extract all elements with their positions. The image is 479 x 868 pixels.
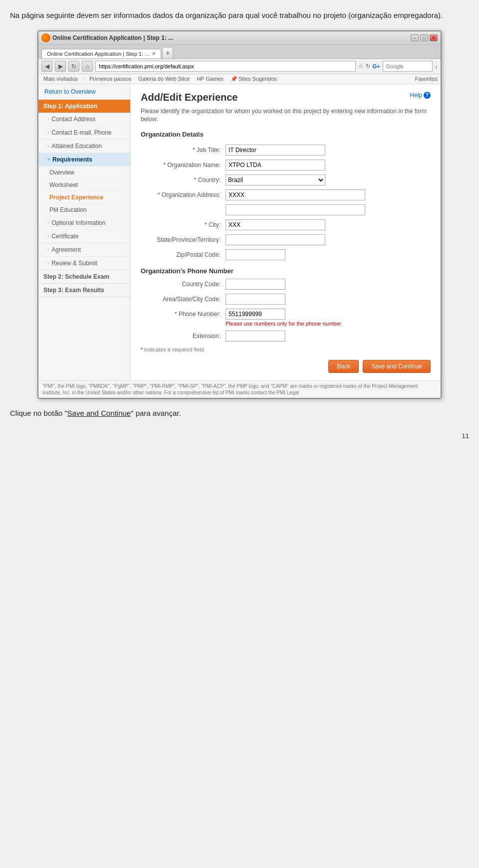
return-to-overview-link[interactable]: Return to Overview [38, 84, 130, 100]
extension-input[interactable] [226, 331, 285, 342]
maximize-button[interactable]: □ [420, 34, 428, 41]
state-input[interactable] [226, 234, 325, 245]
zip-input[interactable] [226, 249, 285, 260]
job-title-input[interactable] [226, 145, 325, 156]
bookmarks-bar: Mais visitados | Primeiros passos Galeri… [38, 74, 441, 84]
bookmark-galeria[interactable]: Galeria do Web Slice [136, 75, 192, 82]
city-input[interactable] [226, 219, 325, 230]
phone-number-label: * Phone Number: [141, 311, 226, 318]
phone-error-text: Please use numbers only for the phone nu… [226, 321, 342, 327]
sidebar-item-contact-address[interactable]: › Contact Address [38, 113, 130, 126]
firefox-logo-icon [41, 33, 50, 42]
home-nav-button[interactable]: ⌂ [82, 61, 93, 72]
sites-sugeridos-icon: 📌 [231, 76, 238, 82]
bookmark-mais-visitados[interactable]: Mais visitados [41, 75, 80, 82]
sidebar-sub-overview[interactable]: Overview [38, 167, 130, 179]
sidebar-optional-info-label: Optional Information [51, 219, 105, 226]
browser-tabs: Online Certification Application | Step … [38, 45, 441, 59]
city-label: * City: [141, 221, 226, 228]
chevron-icon: › [47, 116, 49, 122]
close-button[interactable]: ✕ [430, 34, 438, 41]
country-label: * Country: [141, 176, 226, 183]
sidebar-item-attained-education[interactable]: › Attained Education [38, 140, 130, 153]
main-content-area: Add/Edit Experience Help ? Please identi… [131, 84, 441, 381]
city-row: * City: [141, 219, 431, 230]
org-address2-input[interactable] [226, 204, 365, 215]
star-icon: ☆ [358, 63, 363, 69]
chevron-icon: › [47, 247, 49, 252]
new-tab-button[interactable]: + [162, 47, 173, 58]
org-address-input[interactable] [226, 189, 365, 200]
tab-label: Online Certification Application | Step … [47, 51, 149, 57]
sidebar-review-submit-label: Review & Submit [51, 260, 97, 267]
extension-label: Extension: [141, 333, 226, 340]
chevron-icon: › [47, 143, 49, 149]
state-row: State/Province/Territory: [141, 234, 431, 245]
save-continue-text: Save and Continue [67, 409, 131, 417]
area-code-label: Area/State/City Code: [141, 296, 226, 303]
sidebar-sub-worksheet[interactable]: Worksheet [38, 179, 130, 191]
bookmark-sites-sugeridos[interactable]: 📌 Sites Sugeridos [229, 75, 279, 83]
favorites-label: Favoritos [415, 76, 438, 82]
sidebar-item-agreement[interactable]: › Agreement [38, 243, 130, 257]
browser-content: Return to Overview Step 1: Application ›… [38, 84, 441, 381]
phone-section-title: Organization's Phone Number [141, 267, 431, 275]
refresh-icon: ↻ [366, 63, 370, 69]
bookmark-primeiros-passos[interactable]: Primeiros passos [87, 75, 133, 82]
window-controls: – □ ✕ [411, 34, 438, 41]
save-continue-button[interactable]: Save and Continue [363, 360, 431, 373]
search-bar-input[interactable] [383, 61, 433, 72]
country-code-row: Country Code: [141, 279, 431, 290]
refresh-nav-button[interactable]: ↻ [68, 61, 79, 72]
sidebar: Return to Overview Step 1: Application ›… [38, 84, 131, 381]
help-icon: ? [424, 92, 431, 99]
address-bar-input[interactable] [95, 61, 356, 72]
zip-label: Zip/Postal Code: [141, 251, 226, 258]
sidebar-item-requirements[interactable]: ▾ Requirements [38, 153, 130, 167]
required-star: * [141, 347, 143, 352]
area-code-input[interactable] [226, 294, 285, 305]
job-title-row: * Job Title: [141, 145, 431, 156]
country-code-input[interactable] [226, 279, 285, 290]
sidebar-attained-education-label: Attained Education [51, 143, 102, 150]
chevron-icon: › [47, 220, 49, 225]
browser-titlebar: Online Certification Application | Step … [38, 31, 441, 45]
back-nav-button[interactable]: ◀ [41, 61, 52, 72]
google-icon: G+ [373, 63, 380, 69]
form-buttons: Back Save and Continue [141, 360, 431, 373]
sidebar-sub-pm-education[interactable]: PM Education [38, 204, 130, 216]
country-code-label: Country Code: [141, 281, 226, 288]
bottom-paragraph: Clique no botão "Save and Continue" para… [10, 409, 469, 417]
state-label: State/Province/Territory: [141, 236, 226, 243]
sidebar-sub-project-experience[interactable]: Project Experience [38, 191, 130, 204]
org-name-input[interactable] [226, 160, 325, 171]
help-link[interactable]: Help ? [410, 92, 431, 99]
phone-number-input[interactable] [226, 309, 285, 320]
phone-number-row: * Phone Number: Please use numbers only … [141, 309, 431, 327]
sidebar-certificate-label: Certificate [51, 233, 78, 240]
extension-row: Extension: [141, 331, 431, 342]
help-label: Help [410, 92, 422, 99]
back-button[interactable]: Back [328, 360, 359, 373]
minimize-button[interactable]: – [411, 34, 419, 41]
org-address-row: * Organization Address: [141, 189, 431, 200]
sidebar-agreement-label: Agreement [51, 246, 81, 253]
bookmark-hp-games[interactable]: HP Games [195, 75, 226, 82]
sidebar-item-contact-email[interactable]: › Contact E-mail, Phone [38, 126, 130, 140]
forward-nav-button[interactable]: ▶ [55, 61, 66, 72]
tab-close-icon[interactable]: ✕ [152, 51, 156, 56]
sidebar-item-optional-info[interactable]: › Optional Information [38, 216, 130, 230]
active-tab[interactable]: Online Certification Application | Step … [41, 49, 161, 58]
footer-text: "PMI", the PMI logo, "PMBOK", "PgMP", "P… [42, 383, 437, 396]
chevron-icon: › [47, 260, 49, 266]
sidebar-item-certificate[interactable]: › Certificate [38, 230, 130, 243]
job-title-label: * Job Title: [141, 147, 226, 154]
zip-row: Zip/Postal Code: [141, 249, 431, 260]
required-note-text: indicates a required field. [144, 347, 205, 352]
country-select[interactable]: Brazil [226, 174, 325, 185]
org-address-label: * Organization Address: [141, 191, 226, 198]
browser-title: Online Certification Application | Step … [52, 34, 173, 41]
step2-header: Step 2: Schedule Exam [38, 270, 130, 284]
browser-footer: "PMI", the PMI logo, "PMBOK", "PgMP", "P… [38, 380, 441, 398]
sidebar-item-review-submit[interactable]: › Review & Submit [38, 257, 130, 270]
